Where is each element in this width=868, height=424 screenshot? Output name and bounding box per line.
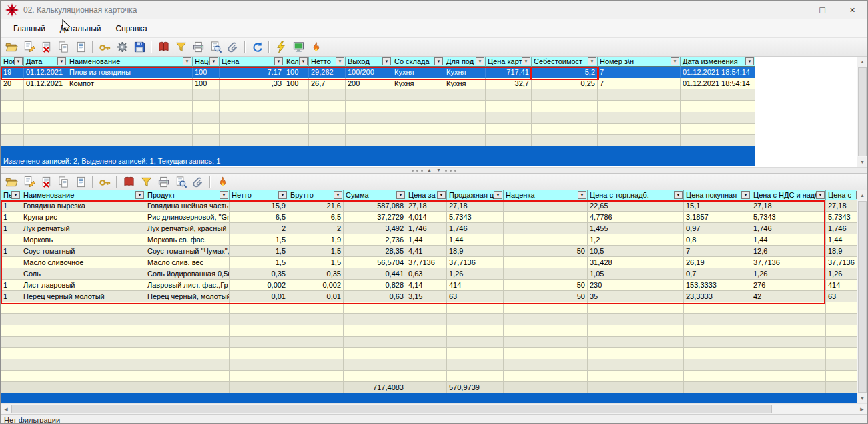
cell[interactable] [532,124,598,135]
empty-row[interactable] [1,348,858,359]
cell[interactable]: 12,6 [751,246,826,257]
cell[interactable]: 0,01 [288,291,344,302]
cell[interactable]: 1,746 [447,223,504,234]
cell[interactable] [67,135,193,146]
empty-row[interactable] [1,302,858,314]
cell[interactable]: 37,7136 [447,257,504,268]
cell[interactable] [598,101,681,112]
cell[interactable] [21,359,145,371]
cell[interactable] [344,359,406,371]
cell[interactable] [1,268,21,280]
filter-dropdown-icon[interactable]: ▼ [745,57,754,65]
cell[interactable] [344,337,406,348]
cell[interactable]: 20 [1,78,24,89]
cell[interactable]: Говядина шейная часть [145,200,230,212]
cell[interactable]: 1 [1,200,21,212]
print-icon[interactable] [155,174,172,190]
cell[interactable] [504,325,588,337]
cell[interactable]: 01.12.2021 18:54:14 [681,67,755,78]
empty-row[interactable] [1,325,858,337]
cell[interactable] [598,112,681,124]
cell[interactable] [447,348,504,359]
cell[interactable]: 0,002 [230,280,288,291]
filter-dropdown-icon[interactable]: ▼ [11,191,20,199]
filter-dropdown-icon[interactable]: ▼ [578,191,586,199]
cell[interactable]: 18,9 [447,246,504,257]
cell[interactable] [486,89,532,101]
cell[interactable] [1,348,21,359]
cell[interactable] [486,124,532,135]
filter-dropdown-icon[interactable]: ▼ [14,57,23,65]
cell[interactable]: 570,9739 [447,382,504,393]
cell[interactable] [67,89,193,101]
cell[interactable]: 37,7136 [751,257,826,268]
cell[interactable] [826,302,858,314]
cell[interactable]: 50 [504,280,588,291]
cell[interactable] [598,135,681,146]
cell[interactable]: 3,492 [344,223,406,234]
cell[interactable] [344,348,406,359]
cell[interactable]: Лист лавровый [21,280,145,291]
cell[interactable] [193,135,220,146]
data-row[interactable]: Масло сливочноеМасло слив. вес1,51,556,5… [1,257,858,268]
cell[interactable] [684,371,751,382]
cell[interactable] [444,112,486,124]
cell[interactable]: Крупа рис [21,212,145,223]
refresh-icon[interactable] [248,39,266,55]
cell[interactable] [486,101,532,112]
data-row[interactable]: 1Перец черный молотыйПерец черный, молот… [1,291,858,302]
menu-item-spravka[interactable]: Справка [109,21,155,36]
column-header[interactable]: Дата▼ [24,57,67,67]
cell[interactable]: 4,41 [406,246,447,257]
cell[interactable]: 1 [1,291,21,302]
cell[interactable]: Лук репчатый [21,223,145,234]
cell[interactable]: 5,2 [532,67,598,78]
cell[interactable]: 6,5 [288,212,344,223]
cell[interactable] [751,325,826,337]
column-header[interactable]: Наименование▼ [67,57,193,67]
cell[interactable] [826,314,858,325]
cell[interactable]: Лук репчатый, красный [145,223,230,234]
save-icon[interactable] [131,39,148,55]
gear-icon[interactable] [113,39,131,55]
cell[interactable] [67,101,193,112]
cell[interactable] [684,337,751,348]
cell[interactable] [346,124,392,135]
cell[interactable] [145,302,230,314]
cell[interactable] [284,89,309,101]
filter-dropdown-icon[interactable]: ▼ [494,191,502,199]
column-header[interactable]: Цена с НДС и надб.▼ [751,190,826,200]
cell[interactable] [751,348,826,359]
maximize-icon[interactable]: □ [807,1,837,19]
column-header[interactable]: Кол▼ [284,57,309,67]
filter-dropdown-icon[interactable]: ▼ [278,191,287,199]
book-icon[interactable] [155,39,172,55]
cell[interactable] [681,101,755,112]
cell[interactable] [193,124,220,135]
cell[interactable] [751,302,826,314]
cell[interactable] [406,348,447,359]
filter-dropdown-icon[interactable]: ▼ [522,57,530,65]
cell[interactable]: Масло сливочное [21,257,145,268]
cell[interactable] [588,371,684,382]
scroll-track[interactable] [857,67,867,157]
cell[interactable]: 0,01 [230,291,288,302]
cell[interactable] [1,382,21,393]
cell[interactable]: 717,41 [486,67,532,78]
column-header[interactable]: Цена за е,▼ [406,190,447,200]
cell[interactable]: Соль [21,268,145,280]
cell[interactable] [504,223,588,234]
cell[interactable] [532,135,598,146]
cell[interactable]: 1,26 [447,268,504,280]
cell[interactable] [24,124,67,135]
cell[interactable] [504,200,588,212]
cell[interactable] [230,314,288,325]
cell[interactable]: 0,63 [344,291,406,302]
cell[interactable] [346,135,392,146]
cell[interactable] [288,314,344,325]
cell[interactable] [444,124,486,135]
column-header[interactable]: Цена карточ▼ [486,57,532,67]
cell[interactable] [684,314,751,325]
cell[interactable]: Компот [67,78,193,89]
cell[interactable]: Перец черный молотый [21,291,145,302]
